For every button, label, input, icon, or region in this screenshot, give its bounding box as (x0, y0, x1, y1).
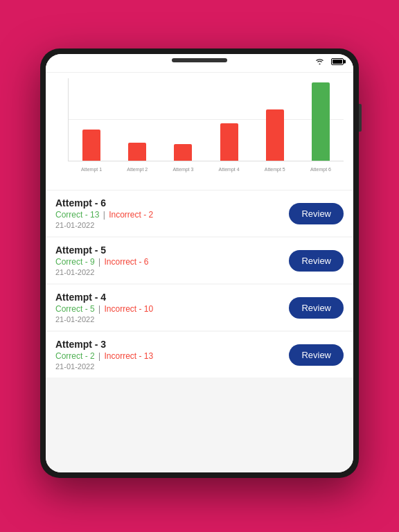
wifi-icon (315, 58, 324, 65)
correct-3: Correct - 2 (55, 351, 95, 361)
attempt-scores-2: Correct - 5 | Incorrect - 10 (55, 304, 289, 314)
bar-label-1: Attempt 2 (120, 167, 154, 172)
bar-label-4: Attempt 5 (258, 167, 292, 172)
attempt-card-1: Attempt - 5 Correct - 9 | Incorrect - 6 … (46, 238, 353, 283)
review-button-0[interactable]: Review (289, 203, 344, 224)
attempt-info-1: Attempt - 5 Correct - 9 | Incorrect - 6 … (55, 245, 289, 276)
attempt-card-3: Attempt - 3 Correct - 2 | Incorrect - 13… (46, 332, 353, 378)
bar-group-3: Attempt 4 (206, 78, 252, 161)
chart-inner: Attempt 1Attempt 2Attempt 3Attempt 4Atte… (68, 78, 344, 161)
bar-5 (312, 82, 330, 161)
bar-label-2: Attempt 3 (166, 167, 200, 172)
chart-container: Attempt 1Attempt 2Attempt 3Attempt 4Atte… (55, 78, 344, 175)
attempt-date-0: 21-01-2022 (55, 221, 289, 229)
review-button-1[interactable]: Review (289, 250, 344, 272)
attempt-scores-3: Correct - 2 | Incorrect - 13 (55, 351, 289, 361)
nav-bar (46, 66, 353, 73)
bar-3 (220, 123, 238, 161)
attempt-info-0: Attempt - 6 Correct - 13 | Incorrect - 2… (55, 197, 289, 229)
attempt-title-0: Attempt - 6 (55, 197, 289, 209)
review-button-3[interactable]: Review (289, 344, 344, 366)
bar-label-3: Attempt 4 (212, 167, 247, 172)
attempt-info-3: Attempt - 3 Correct - 2 | Incorrect - 13… (55, 339, 289, 371)
attempt-title-1: Attempt - 5 (55, 245, 289, 256)
bar-label-5: Attempt 6 (303, 167, 338, 172)
incorrect-1: Incorrect - 6 (104, 257, 148, 267)
bar-group-1: Attempt 2 (114, 78, 160, 161)
incorrect-2: Incorrect - 10 (104, 304, 153, 314)
correct-2: Correct - 5 (55, 304, 95, 314)
battery-icon (331, 58, 344, 65)
correct-0: Correct - 13 (55, 210, 99, 220)
screen: Attempt 1Attempt 2Attempt 3Attempt 4Atte… (46, 54, 353, 472)
attempt-title-2: Attempt - 4 (55, 292, 289, 303)
attempt-card-2: Attempt - 4 Correct - 5 | Incorrect - 10… (46, 285, 353, 330)
bar-0 (82, 130, 100, 161)
status-right (315, 58, 344, 65)
attempt-title-3: Attempt - 3 (55, 339, 289, 350)
attempt-date-3: 21-01-2022 (55, 362, 289, 371)
correct-1: Correct - 9 (55, 257, 95, 267)
bar-group-0: Attempt 1 (69, 78, 114, 161)
device-frame: Attempt 1Attempt 2Attempt 3Attempt 4Atte… (40, 48, 359, 478)
attempt-info-2: Attempt - 4 Correct - 5 | Incorrect - 10… (55, 292, 289, 323)
bar-group-4: Attempt 5 (252, 78, 298, 161)
attempt-card-0: Attempt - 6 Correct - 13 | Incorrect - 2… (46, 190, 353, 236)
incorrect-3: Incorrect - 13 (104, 351, 153, 361)
bar-group-2: Attempt 3 (160, 78, 206, 161)
bar-1 (128, 143, 146, 161)
bar-group-5: Attempt 6 (298, 78, 344, 161)
attempt-date-2: 21-01-2022 (55, 315, 289, 323)
attempt-scores-0: Correct - 13 | Incorrect - 2 (55, 210, 289, 220)
incorrect-0: Incorrect - 2 (109, 210, 153, 220)
review-button-2[interactable]: Review (289, 297, 344, 319)
bar-label-0: Attempt 1 (74, 167, 109, 172)
bar-4 (266, 109, 284, 161)
bar-2 (174, 144, 192, 161)
attempts-list[interactable]: Attempt - 6 Correct - 13 | Incorrect - 2… (46, 190, 353, 472)
attempt-date-1: 21-01-2022 (55, 268, 289, 276)
chart-area: Attempt 1Attempt 2Attempt 3Attempt 4Atte… (46, 73, 353, 190)
status-bar (46, 54, 353, 66)
attempt-scores-1: Correct - 9 | Incorrect - 6 (55, 257, 289, 267)
